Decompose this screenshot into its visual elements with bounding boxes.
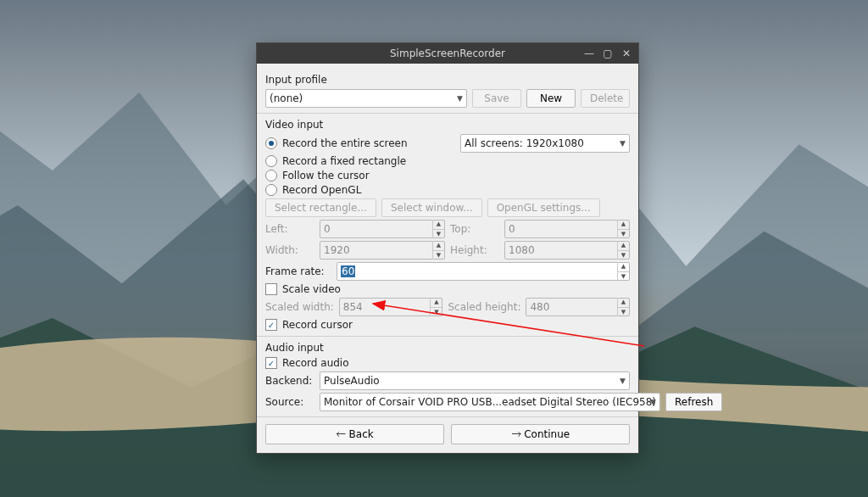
width-input: 1920 ▲▼ xyxy=(320,241,445,260)
radio-label: Record the entire screen xyxy=(282,137,408,149)
radio-dot-icon xyxy=(265,137,277,149)
scaled-height-label: Scaled height: xyxy=(448,301,520,313)
desktop-wallpaper: SimpleScreenRecorder — ▢ ✕ Input profile… xyxy=(0,0,868,497)
separator xyxy=(257,113,638,114)
left-value: 0 xyxy=(324,223,331,235)
input-profile-label: Input profile xyxy=(265,74,630,86)
chevron-down-icon: ▼ xyxy=(620,139,626,148)
backend-value: PulseAudio xyxy=(324,375,380,387)
stepper-up-icon: ▲ xyxy=(430,298,442,308)
height-label: Height: xyxy=(450,244,499,256)
checkbox-box-icon: ✓ xyxy=(265,319,277,331)
checkbox-label: Scale video xyxy=(282,283,341,295)
profile-new-button[interactable]: New xyxy=(526,89,576,108)
video-input-label: Video input xyxy=(265,119,630,131)
height-value: 1080 xyxy=(509,244,535,256)
checkbox-label: Record audio xyxy=(282,357,349,369)
frame-rate-value: 60 xyxy=(341,265,355,277)
chevron-down-icon: ▼ xyxy=(457,94,463,103)
frame-rate-label: Frame rate: xyxy=(265,265,331,277)
backend-select[interactable]: PulseAudio ▼ xyxy=(320,371,630,390)
opengl-settings-button: OpenGL settings... xyxy=(487,198,600,217)
top-input: 0 ▲▼ xyxy=(504,220,630,238)
separator xyxy=(257,416,638,417)
stepper-down-icon: ▼ xyxy=(430,308,442,317)
source-label: Source: xyxy=(265,396,314,408)
maximize-button[interactable]: ▢ xyxy=(599,46,616,61)
stepper-down-icon[interactable]: ▼ xyxy=(617,272,629,282)
stepper-down-icon: ▼ xyxy=(617,251,629,260)
profile-select-value: (none) xyxy=(270,92,303,104)
left-label: Left: xyxy=(265,223,314,235)
checkbox-box-icon: ✓ xyxy=(265,357,277,369)
frame-rate-input[interactable]: 60 ▲▼ xyxy=(337,262,630,281)
back-button[interactable]: 🡐 Back xyxy=(265,424,444,444)
radio-dot-icon xyxy=(265,184,277,196)
scaled-height-input: 480 ▲▼ xyxy=(526,298,630,316)
title-bar[interactable]: SimpleScreenRecorder — ▢ ✕ xyxy=(257,43,638,64)
scale-video-checkbox[interactable]: Scale video xyxy=(265,283,341,295)
select-window-button: Select window... xyxy=(381,198,482,217)
radio-record-entire-screen[interactable]: Record the entire screen xyxy=(265,137,408,149)
stepper-up-icon: ▲ xyxy=(617,298,629,308)
scaled-width-label: Scaled width: xyxy=(265,301,334,313)
radio-record-fixed-rectangle[interactable]: Record a fixed rectangle xyxy=(265,155,406,167)
profile-save-button: Save xyxy=(472,89,521,108)
stepper-up-icon: ▲ xyxy=(432,241,444,251)
profile-select[interactable]: (none) ▼ xyxy=(265,89,467,108)
scaled-width-input: 854 ▲▼ xyxy=(339,298,443,316)
radio-label: Record a fixed rectangle xyxy=(282,155,406,167)
app-window: SimpleScreenRecorder — ▢ ✕ Input profile… xyxy=(256,42,639,454)
height-input: 1080 ▲▼ xyxy=(504,241,630,260)
radio-record-opengl[interactable]: Record OpenGL xyxy=(265,184,361,196)
radio-label: Follow the cursor xyxy=(282,170,370,181)
stepper-up-icon[interactable]: ▲ xyxy=(617,262,629,272)
radio-follow-cursor[interactable]: Follow the cursor xyxy=(265,170,370,181)
backend-label: Backend: xyxy=(265,375,314,387)
stepper-down-icon: ▼ xyxy=(432,230,444,239)
separator xyxy=(257,336,638,337)
continue-button[interactable]: 🡒 Continue xyxy=(451,424,630,444)
left-input: 0 ▲▼ xyxy=(320,220,445,238)
radio-dot-icon xyxy=(265,170,277,181)
checkbox-box-icon xyxy=(265,283,277,295)
stepper-down-icon: ▼ xyxy=(617,230,629,239)
audio-input-label: Audio input xyxy=(265,342,630,354)
source-value: Monitor of Corsair VOID PRO USB...eadset… xyxy=(324,396,656,408)
back-label: Back xyxy=(349,428,374,440)
minimize-button[interactable]: — xyxy=(581,46,598,61)
width-label: Width: xyxy=(265,244,314,256)
stepper-up-icon: ▲ xyxy=(617,220,629,230)
stepper-down-icon: ▼ xyxy=(617,308,629,317)
arrow-right-icon: 🡒 xyxy=(511,428,524,440)
chevron-down-icon: ▼ xyxy=(620,377,626,385)
screen-select-value: All screens: 1920x1080 xyxy=(465,137,584,149)
scaled-width-value: 854 xyxy=(343,301,363,313)
refresh-button[interactable]: Refresh xyxy=(665,393,722,411)
top-label: Top: xyxy=(450,223,499,235)
radio-dot-icon xyxy=(265,155,277,167)
top-value: 0 xyxy=(509,223,515,235)
radio-label: Record OpenGL xyxy=(282,184,361,196)
select-rectangle-button: Select rectangle... xyxy=(265,198,376,217)
record-cursor-checkbox[interactable]: ✓ Record cursor xyxy=(265,319,353,331)
stepper-up-icon: ▲ xyxy=(432,220,444,230)
screen-select[interactable]: All screens: 1920x1080 ▼ xyxy=(460,134,630,153)
source-select[interactable]: Monitor of Corsair VOID PRO USB...eadset… xyxy=(320,393,660,411)
stepper-down-icon: ▼ xyxy=(432,251,444,260)
checkbox-label: Record cursor xyxy=(282,319,353,331)
chevron-down-icon: ▼ xyxy=(650,398,656,406)
width-value: 1920 xyxy=(324,244,350,256)
record-audio-checkbox[interactable]: ✓ Record audio xyxy=(265,357,349,369)
profile-delete-button: Delete xyxy=(581,89,630,108)
arrow-left-icon: 🡐 xyxy=(336,428,348,440)
scaled-height-value: 480 xyxy=(530,301,549,313)
stepper-up-icon: ▲ xyxy=(617,241,629,251)
continue-label: Continue xyxy=(524,428,570,440)
window-title: SimpleScreenRecorder xyxy=(390,47,505,59)
close-button[interactable]: ✕ xyxy=(618,46,635,61)
